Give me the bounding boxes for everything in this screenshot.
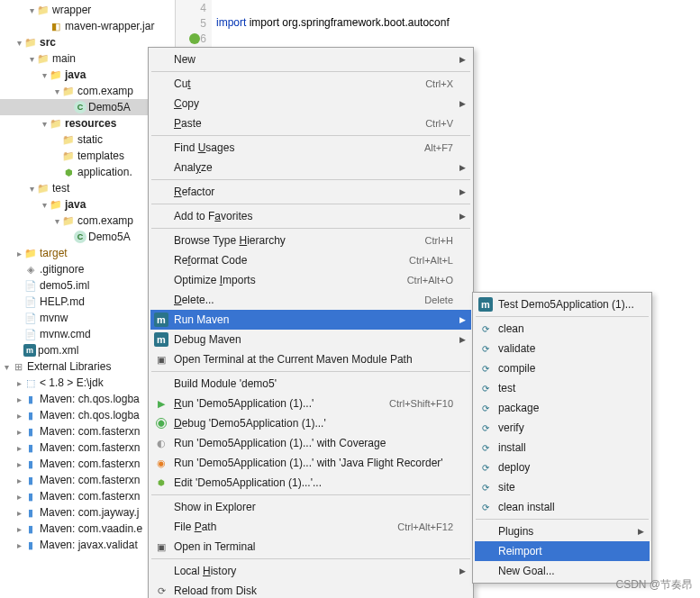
expand-arrow-icon[interactable] xyxy=(2,362,11,372)
expand-arrow-icon[interactable] xyxy=(14,443,23,453)
tree-item-label: java xyxy=(65,68,86,81)
menu-item[interactable]: Copy▶ xyxy=(150,94,471,113)
menu-item[interactable]: Reload from Disk xyxy=(150,581,471,598)
mavenlib-icon xyxy=(23,440,38,455)
expand-arrow-icon[interactable] xyxy=(14,492,23,502)
menu-item[interactable]: Local History▶ xyxy=(150,561,471,581)
run-icon xyxy=(154,396,168,411)
run-gutter-icon[interactable] xyxy=(189,33,200,44)
menu-shortcut: Delete xyxy=(424,294,453,305)
expand-arrow-icon[interactable] xyxy=(27,184,36,194)
menu-item[interactable]: validate xyxy=(475,339,650,358)
expand-arrow-icon[interactable] xyxy=(40,200,49,210)
menu-item[interactable]: Delete...Delete xyxy=(150,290,471,310)
menu-item[interactable]: test xyxy=(475,378,650,398)
menu-item-label: Run 'Demo5Application (1)...' with 'Java… xyxy=(174,457,453,469)
menu-item[interactable]: Run Maven▶ xyxy=(150,310,471,330)
expand-arrow-icon[interactable] xyxy=(14,476,23,485)
file-icon xyxy=(23,278,38,293)
expand-arrow-icon[interactable] xyxy=(40,70,49,80)
tree-item[interactable]: maven-wrapper.jar xyxy=(0,18,175,34)
menu-item[interactable]: compile xyxy=(475,358,650,378)
menu-shortcut: Ctrl+Alt+L xyxy=(409,255,453,266)
menu-item[interactable]: Run 'Demo5Application (1)...'Ctrl+Shift+… xyxy=(150,394,471,413)
mavenlib-icon xyxy=(23,473,38,487)
mvgoal-icon xyxy=(478,421,493,435)
menu-item[interactable]: package xyxy=(475,398,650,418)
expand-arrow-icon[interactable] xyxy=(14,427,23,437)
menu-item[interactable]: Refactor▶ xyxy=(150,182,471,202)
mavenlib-icon xyxy=(23,392,38,406)
tree-item-label: Maven: com.fasterxn xyxy=(40,474,140,486)
menu-item-label: Plugins xyxy=(498,525,632,538)
expand-arrow-icon[interactable] xyxy=(14,394,23,404)
mavenlib-icon xyxy=(23,424,38,439)
expand-arrow-icon[interactable] xyxy=(14,540,23,550)
menu-item[interactable]: site xyxy=(475,477,650,497)
menu-item-label: Run 'Demo5Application (1)...' xyxy=(174,397,368,410)
menu-item[interactable]: verify xyxy=(475,418,650,438)
expand-arrow-icon[interactable] xyxy=(52,86,61,96)
menu-item[interactable]: Build Module 'demo5' xyxy=(150,374,471,394)
menu-item-label: Test Demo5Application (1)... xyxy=(498,298,634,311)
tree-item-label: com.examp xyxy=(77,85,133,97)
menu-item[interactable]: clean install xyxy=(475,497,650,517)
lib-icon xyxy=(11,359,25,374)
maven-submenu[interactable]: Test Demo5Application (1)...cleanvalidat… xyxy=(472,292,652,584)
tree-item[interactable]: wrapper xyxy=(0,2,175,18)
menu-item[interactable]: Debug 'Demo5Application (1)...' xyxy=(150,413,471,433)
menu-item[interactable]: Open Terminal at the Current Maven Modul… xyxy=(150,349,471,369)
tree-item-label: Maven: com.fasterxn xyxy=(40,458,140,470)
menu-item[interactable]: Reformat CodeCtrl+Alt+L xyxy=(150,250,471,270)
expand-arrow-icon[interactable] xyxy=(14,38,23,48)
menu-item[interactable]: CutCtrl+X xyxy=(150,74,471,94)
menu-item[interactable]: Add to Favorites▶ xyxy=(150,206,471,226)
expand-arrow-icon[interactable] xyxy=(14,249,23,258)
expand-arrow-icon[interactable] xyxy=(14,459,23,469)
menu-item-label: test xyxy=(498,382,632,394)
menu-item[interactable]: New▶ xyxy=(150,50,471,69)
menu-item-label: install xyxy=(498,441,632,454)
menu-item-label: Paste xyxy=(174,117,404,130)
menu-item[interactable]: Reimport xyxy=(475,541,650,561)
menu-item[interactable]: Show in Explorer xyxy=(150,497,471,517)
menu-item[interactable]: Debug Maven▶ xyxy=(150,330,471,349)
expand-arrow-icon[interactable] xyxy=(14,411,23,421)
expand-arrow-icon[interactable] xyxy=(27,54,36,64)
submenu-arrow-icon: ▶ xyxy=(459,99,466,108)
menu-separator xyxy=(476,316,649,317)
menu-separator xyxy=(151,204,470,204)
menu-item[interactable]: install xyxy=(475,438,650,458)
menu-shortcut: Alt+F7 xyxy=(424,142,453,153)
menu-item[interactable]: Optimize ImportsCtrl+Alt+O xyxy=(150,270,471,290)
menu-item[interactable]: clean xyxy=(475,319,650,339)
menu-item-label: Debug 'Demo5Application (1)...' xyxy=(174,417,453,430)
expand-arrow-icon[interactable] xyxy=(52,216,61,226)
expand-arrow-icon[interactable] xyxy=(14,378,23,388)
submenu-arrow-icon: ▶ xyxy=(459,566,466,575)
git-icon xyxy=(23,262,38,276)
menu-item[interactable]: Analyze▶ xyxy=(150,158,471,177)
menu-item[interactable]: Run 'Demo5Application (1)...' with Cover… xyxy=(150,433,471,453)
expand-arrow-icon[interactable] xyxy=(14,524,23,534)
menu-item[interactable]: File PathCtrl+Alt+F12 xyxy=(150,517,471,537)
menu-item[interactable]: deploy xyxy=(475,458,650,477)
menu-item[interactable]: Browse Type HierarchyCtrl+H xyxy=(150,231,471,250)
menu-item[interactable]: Test Demo5Application (1)... xyxy=(475,294,650,314)
menu-item[interactable]: Open in Terminal xyxy=(150,537,471,557)
folder-blue-icon xyxy=(49,68,63,82)
menu-separator xyxy=(151,135,470,136)
context-menu[interactable]: New▶CutCtrl+XCopy▶PasteCtrl+VFind Usages… xyxy=(148,47,474,598)
jdk-icon xyxy=(23,376,38,390)
menu-separator xyxy=(151,179,470,180)
expand-arrow-icon[interactable] xyxy=(40,119,49,129)
mvgoal-icon xyxy=(478,401,493,415)
menu-item[interactable]: Run 'Demo5Application (1)...' with 'Java… xyxy=(150,453,471,473)
expand-arrow-icon[interactable] xyxy=(14,508,23,518)
menu-item[interactable]: Plugins▶ xyxy=(475,521,650,541)
expand-arrow-icon[interactable] xyxy=(27,5,36,15)
menu-item[interactable]: Find UsagesAlt+F7 xyxy=(150,138,471,158)
menu-item[interactable]: Edit 'Demo5Application (1)...'... xyxy=(150,473,471,493)
menu-item[interactable]: PasteCtrl+V xyxy=(150,113,471,133)
menu-item-label: Show in Explorer xyxy=(174,501,453,513)
